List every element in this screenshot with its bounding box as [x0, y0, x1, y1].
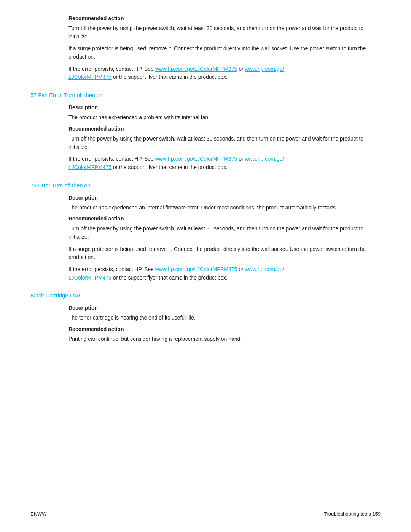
section-57-para2-mid: or — [237, 156, 245, 162]
section-57-para2: If the error persists, contact HP. See w… — [68, 155, 381, 171]
section-black-description-label: Description — [68, 305, 381, 311]
footer: ENWW Troubleshooting tools 159 — [30, 511, 381, 517]
top-para3-prefix: If the error persists, contact HP. See — [68, 66, 155, 72]
section-black-recommended-label: Recommended action — [68, 326, 381, 332]
footer-left: ENWW — [30, 511, 47, 517]
section-79-description-text: The product has experienced an internal … — [68, 204, 381, 212]
section-79-para3: If the error persists, contact HP. See w… — [68, 265, 381, 282]
section-57-description-text: The product has experienced a problem wi… — [68, 113, 381, 122]
top-recommended-action-block: Recommended action Turn off the power by… — [68, 15, 381, 81]
section-57-description-label: Description — [68, 104, 381, 110]
top-para3: If the error persists, contact HP. See w… — [68, 65, 381, 81]
section-79-heading: 79 Error Turn off then on — [30, 182, 381, 189]
section-black-body: Description The toner cartridge is neari… — [68, 305, 381, 343]
section-79-recommended-label: Recommended action — [68, 216, 381, 222]
section-79-body: Description The product has experienced … — [68, 195, 381, 282]
section-black-heading: Black Cartridge Low — [30, 292, 381, 299]
section-black-recommended-text: Printing can continue, but consider havi… — [68, 335, 381, 343]
top-recommended-action-label: Recommended action — [68, 15, 381, 21]
section-79: 79 Error Turn off then on Description Th… — [30, 182, 381, 282]
footer-right: Troubleshooting tools 159 — [324, 511, 381, 517]
section-57-link1[interactable]: www.hp.com/go/LJColorMFPM375 — [155, 156, 237, 162]
section-57-heading: 57 Fan Error, Turn off then on — [30, 92, 381, 98]
section-79-para3-prefix: If the error persists, contact HP. See — [68, 266, 155, 272]
section-79-para3-suffix: or the support flyer that came in the pr… — [112, 275, 228, 281]
top-link1[interactable]: www.hp.com/go/LJColorMFPM375 — [155, 66, 237, 72]
top-para3-suffix: or the support flyer that came in the pr… — [112, 74, 228, 80]
top-para1: Turn off the power by using the power sw… — [68, 24, 381, 41]
section-57: 57 Fan Error, Turn off then on Descripti… — [30, 92, 381, 171]
section-79-link1[interactable]: www.hp.com/go/LJColorMFPM375 — [155, 266, 237, 272]
section-79-para1: Turn off the power by using the power sw… — [68, 225, 381, 241]
section-57-recommended-label: Recommended action — [68, 126, 381, 132]
section-black-cartridge: Black Cartridge Low Description The tone… — [30, 292, 381, 343]
section-57-para2-prefix: If the error persists, contact HP. See — [68, 156, 155, 162]
page: Recommended action Turn off the power by… — [0, 0, 411, 532]
section-57-para1: Turn off the power by using the power sw… — [68, 135, 381, 151]
section-79-para2: If a surge protector is being used, remo… — [68, 245, 381, 262]
top-para3-mid: or — [237, 66, 245, 72]
section-79-para3-mid: or — [237, 266, 245, 272]
section-57-body: Description The product has experienced … — [68, 104, 381, 171]
section-57-para2-suffix: or the support flyer that came in the pr… — [112, 164, 228, 170]
section-79-description-label: Description — [68, 195, 381, 201]
section-black-description-text: The toner cartridge is nearing the end o… — [68, 314, 381, 322]
top-para2: If a surge protector is being used, remo… — [68, 45, 381, 61]
